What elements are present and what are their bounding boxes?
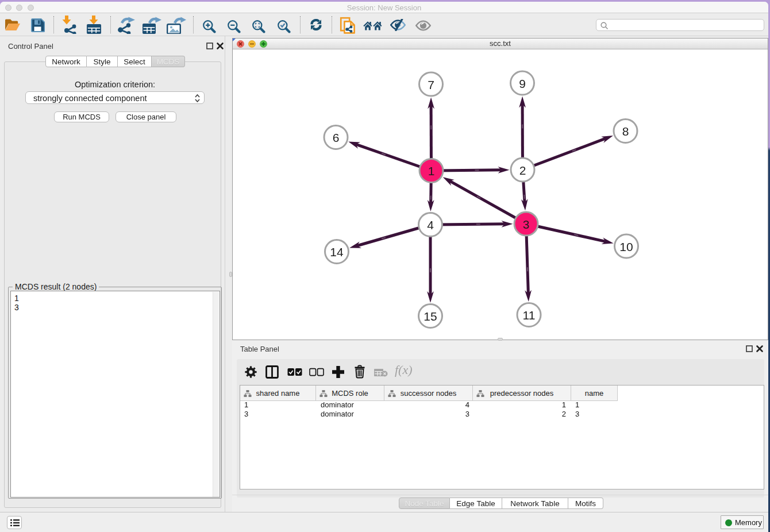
svg-text:15: 15: [424, 310, 437, 323]
svg-text:2: 2: [519, 164, 526, 177]
svg-text:11: 11: [523, 309, 536, 322]
svg-text:10: 10: [619, 240, 633, 253]
svg-text:6: 6: [333, 131, 340, 144]
svg-text:8: 8: [622, 125, 629, 138]
svg-text:14: 14: [330, 245, 344, 259]
svg-text:9: 9: [519, 77, 526, 90]
svg-text:3: 3: [523, 218, 530, 231]
svg-text:1: 1: [428, 164, 435, 178]
svg-text:4: 4: [427, 218, 434, 232]
svg-text:7: 7: [428, 78, 434, 91]
